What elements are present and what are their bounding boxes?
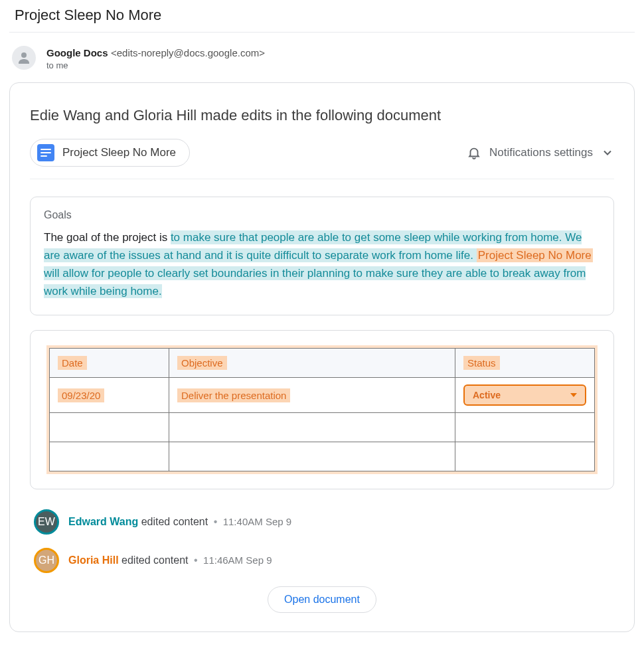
divider	[30, 179, 614, 179]
editor-timestamp: 11:46AM Sep 9	[203, 554, 272, 566]
goals-panel: Goals The goal of the project is to make…	[30, 197, 614, 315]
table-row	[50, 442, 595, 471]
objectives-table: Date Objective Status 09/23/20 Deliver t…	[49, 348, 595, 471]
objectives-panel: Date Objective Status 09/23/20 Deliver t…	[30, 330, 614, 489]
table-row	[50, 413, 595, 442]
editor-action: edited content	[141, 516, 208, 527]
cell-objective: Deliver the presentation	[177, 388, 290, 402]
notifications-label: Notifications settings	[489, 146, 593, 159]
editor-timestamp: 11:40AM Sep 9	[223, 516, 291, 527]
document-chip[interactable]: Project Sleep No More	[30, 139, 190, 167]
sender-email: <edits-noreply@docs.google.com>	[111, 47, 265, 58]
editor-entry: EW Edward Wang edited content • 11:40AM …	[34, 509, 614, 535]
docs-icon	[37, 144, 54, 161]
table-edit-highlight: Date Objective Status 09/23/20 Deliver t…	[46, 345, 598, 474]
col-objective: Objective	[169, 349, 455, 378]
status-dropdown[interactable]: Active	[463, 384, 586, 406]
edit-highlight-teal: will allow for people to clearly set bou…	[44, 266, 586, 298]
col-status: Status	[455, 349, 595, 378]
notifications-settings[interactable]: Notifications settings	[467, 145, 614, 160]
goals-text: The goal of the project is to make sure …	[44, 229, 600, 300]
chevron-down-icon	[601, 146, 614, 159]
card-headline: Edie Wang and Gloria Hill made edits in …	[30, 107, 614, 124]
email-subject: Project Sleep No More	[9, 5, 635, 32]
document-title: Project Sleep No More	[62, 146, 176, 159]
edit-highlight-orange: Project Sleep No More	[477, 248, 593, 262]
caret-down-icon	[570, 393, 577, 397]
svg-point-0	[21, 52, 27, 58]
notification-card: Edie Wang and Gloria Hill made edits in …	[9, 82, 635, 632]
sender-avatar	[12, 46, 36, 70]
col-date: Date	[50, 349, 169, 378]
editor-name[interactable]: Gloria Hill	[68, 554, 119, 566]
bell-icon	[467, 145, 481, 160]
editor-name[interactable]: Edward Wang	[68, 516, 138, 527]
avatar: EW	[34, 509, 59, 535]
sender-row: Google Docs <edits-noreply@docs.google.c…	[9, 33, 635, 82]
editor-action: edited content	[121, 554, 189, 566]
editor-entry: GH Gloria Hill edited content • 11:46AM …	[34, 548, 614, 573]
avatar: GH	[34, 548, 59, 573]
cell-date: 09/23/20	[58, 388, 104, 402]
open-document-button[interactable]: Open document	[268, 586, 376, 613]
goals-title: Goals	[44, 209, 600, 221]
sender-name: Google Docs	[46, 47, 108, 58]
sender-to: to me	[46, 60, 265, 70]
person-icon	[16, 50, 32, 66]
table-row: 09/23/20 Deliver the presentation Active	[50, 378, 595, 413]
